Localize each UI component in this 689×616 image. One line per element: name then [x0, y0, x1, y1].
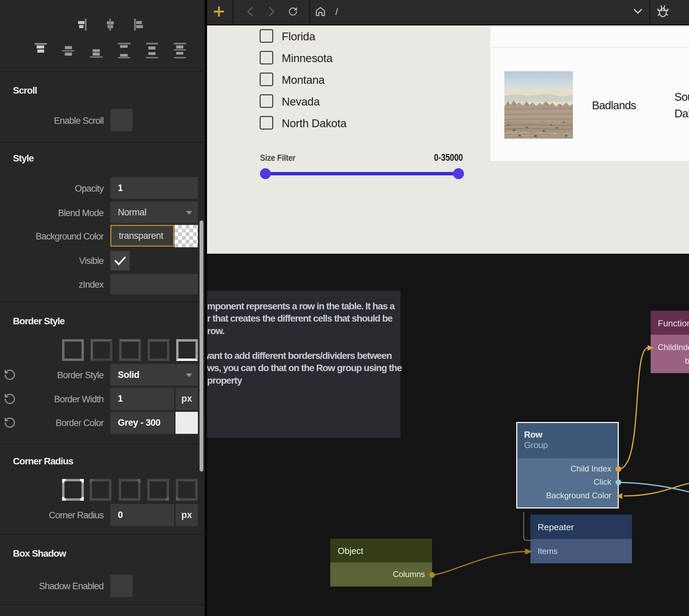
svg-text:/: / — [335, 6, 338, 17]
